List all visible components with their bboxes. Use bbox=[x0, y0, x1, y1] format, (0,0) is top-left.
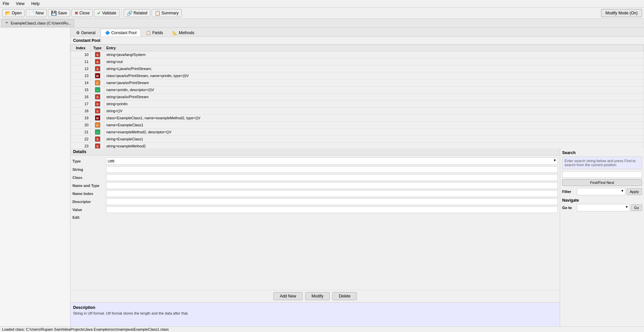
status-text: Loaded class: C:\Users\Rupam Saini\IdeaP… bbox=[2, 327, 169, 331]
table-row[interactable]: 14Cname=java/io/PrintStream bbox=[71, 79, 644, 86]
goto-row: Go to ▼ Go bbox=[562, 204, 642, 211]
type-icon: S bbox=[95, 66, 100, 71]
modify-button[interactable]: Modify bbox=[305, 292, 330, 300]
delete-button[interactable]: Delete bbox=[332, 292, 357, 300]
goto-label: Go to bbox=[562, 206, 576, 210]
validate-label: Validate bbox=[102, 11, 116, 15]
cell-index: 12 bbox=[71, 65, 91, 72]
new-button[interactable]: 📄 New bbox=[26, 9, 47, 17]
menu-view[interactable]: View bbox=[14, 1, 26, 7]
tab-methods[interactable]: 📐 Methods bbox=[168, 29, 199, 37]
name-type-input[interactable] bbox=[106, 182, 558, 189]
menu-help[interactable]: Help bbox=[30, 1, 41, 7]
summary-button[interactable]: 📋 Summary bbox=[152, 9, 181, 17]
cell-index: 18 bbox=[71, 108, 91, 115]
tab-general-label: General bbox=[81, 30, 96, 35]
type-label: Type bbox=[72, 159, 106, 163]
search-hint: Enter search string below and press Find… bbox=[562, 156, 642, 169]
modify-mode-button[interactable]: Modify Mode (On) bbox=[601, 9, 642, 17]
cell-type: S bbox=[91, 51, 104, 58]
string-input[interactable] bbox=[106, 166, 558, 173]
cell-entry: name=exampleMethod2, descriptor=()V bbox=[104, 129, 644, 136]
goto-select[interactable] bbox=[577, 204, 630, 211]
name-index-input[interactable] bbox=[106, 190, 558, 197]
bottom-area: Details Type Utf8 Class String NameAndTy… bbox=[70, 148, 644, 329]
summary-label: Summary bbox=[161, 11, 178, 15]
col-header-entry: Entry bbox=[104, 45, 644, 51]
validate-icon: ✔ bbox=[97, 10, 101, 16]
find-button[interactable]: Find/Find Next bbox=[562, 179, 642, 186]
validate-button[interactable]: ✔ Validate bbox=[94, 9, 119, 17]
cell-type: S bbox=[91, 136, 104, 143]
cell-type: S bbox=[91, 58, 104, 65]
save-button[interactable]: 💾 Save bbox=[48, 9, 70, 17]
save-label: Save bbox=[58, 11, 67, 15]
type-icon: S bbox=[95, 101, 100, 107]
col-header-index: Index bbox=[71, 45, 91, 51]
go-button[interactable]: Go bbox=[631, 204, 642, 211]
cell-entry: string=println bbox=[104, 101, 644, 108]
table-row[interactable]: 20Cname=ExampleClass1 bbox=[71, 122, 644, 129]
navigate-title: Navigate bbox=[562, 198, 642, 203]
type-icon: C bbox=[95, 122, 100, 128]
right-panel: ⚙ General 🔷 Constant Pool 📋 Fields 📐 Met… bbox=[70, 28, 644, 329]
details-col: Details Type Utf8 Class String NameAndTy… bbox=[70, 148, 560, 329]
type-row: Type Utf8 Class String NameAndType Metho… bbox=[70, 157, 560, 165]
related-button[interactable]: 🔗 Related bbox=[124, 9, 150, 17]
tab-fields[interactable]: 📋 Fields bbox=[142, 29, 167, 37]
cell-entry: string=Ljava/io/PrintStream; bbox=[104, 65, 644, 72]
table-row[interactable]: 17Sstring=println bbox=[71, 101, 644, 108]
filetab[interactable]: ☕ ExampleClass1.class (C:\Users\Ru... bbox=[1, 19, 74, 27]
cell-type: S bbox=[91, 143, 104, 149]
constant-pool-table: Index Type Entry 10Sstring=java/lang/Sys… bbox=[70, 45, 644, 148]
open-button[interactable]: 📂 Open bbox=[2, 9, 24, 17]
table-row[interactable]: 11Sstring=out bbox=[71, 58, 644, 65]
tab-constant-pool[interactable]: 🔷 Constant Pool bbox=[101, 29, 141, 37]
table-row[interactable]: 16Sstring=java/io/PrintStream bbox=[71, 93, 644, 101]
table-row[interactable]: 21↔name=exampleMethod2, descriptor=()V bbox=[71, 129, 644, 136]
value-input[interactable]: This is just a method bbox=[106, 206, 558, 213]
description-text: String in Utf format. Utf format stores … bbox=[73, 311, 557, 315]
tab-fields-label: Fields bbox=[152, 30, 163, 35]
type-icon: S bbox=[95, 108, 100, 114]
type-select[interactable]: Utf8 Class String NameAndType Methodref … bbox=[106, 157, 558, 165]
name-type-label: Name and Type bbox=[72, 184, 106, 188]
table-row[interactable]: 15↔name=println, descriptor=(I)V bbox=[71, 86, 644, 93]
statusbar: Loaded class: C:\Users\Rupam Saini\IdeaP… bbox=[0, 326, 644, 332]
descriptor-label: Descriptor bbox=[72, 200, 106, 204]
class-label: Class bbox=[72, 176, 106, 180]
cell-type: ↔ bbox=[91, 129, 104, 136]
table-row[interactable]: 13Mclass=java/io/PrintStream, name=print… bbox=[71, 72, 644, 79]
tab-general[interactable]: ⚙ General bbox=[72, 29, 100, 37]
class-input[interactable] bbox=[106, 174, 558, 181]
apply-button[interactable]: Apply bbox=[627, 188, 642, 195]
cell-index: 10 bbox=[71, 51, 91, 58]
search-title: Search bbox=[562, 150, 642, 155]
table-row[interactable]: 19Mclass=ExampleClass1, name=exampleMeth… bbox=[71, 115, 644, 122]
cell-type: ↔ bbox=[91, 86, 104, 93]
table-row[interactable]: 18Sstring=()V bbox=[71, 108, 644, 115]
cell-type: M bbox=[91, 72, 104, 79]
menu-file[interactable]: File bbox=[1, 1, 10, 7]
open-label: Open bbox=[12, 11, 21, 15]
filter-select[interactable] bbox=[577, 188, 625, 195]
cell-type: S bbox=[91, 93, 104, 101]
close-button[interactable]: ✖ Close bbox=[71, 9, 93, 17]
table-row[interactable]: 23Sstring=exampleMethod2 bbox=[71, 143, 644, 149]
type-icon: M bbox=[95, 115, 100, 121]
cell-type: M bbox=[91, 115, 104, 122]
summary-icon: 📋 bbox=[155, 10, 160, 16]
new-icon: 📄 bbox=[29, 10, 35, 16]
table-row[interactable]: 12Sstring=Ljava/io/PrintStream; bbox=[71, 65, 644, 72]
constant-pool-table-scroll[interactable]: Index Type Entry 10Sstring=java/lang/Sys… bbox=[70, 45, 644, 148]
search-input[interactable] bbox=[562, 171, 642, 178]
table-row[interactable]: 22Sstring=ExampleClass1 bbox=[71, 136, 644, 143]
description-area: Description String in Utf format. Utf fo… bbox=[70, 302, 560, 329]
table-row[interactable]: 10Sstring=java/lang/System bbox=[71, 51, 644, 58]
add-new-button[interactable]: Add New bbox=[273, 292, 303, 300]
class-row: Class bbox=[70, 174, 560, 182]
descriptor-input[interactable] bbox=[106, 198, 558, 205]
open-icon: 📂 bbox=[5, 10, 11, 16]
type-icon: M bbox=[95, 73, 100, 78]
name-index-label: Name Index bbox=[72, 192, 106, 196]
